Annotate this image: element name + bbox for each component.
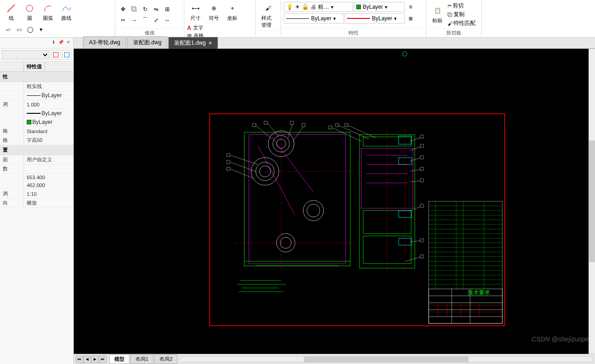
linetype-dropdown[interactable]: ByLayer▾ — [284, 13, 344, 23]
poly-icon[interactable]: ▱ — [3, 24, 13, 35]
mirror-icon[interactable]: ⇋ — [151, 4, 161, 14]
svg-point-1 — [26, 5, 33, 12]
copy-icon[interactable]: ⿻ — [129, 4, 139, 14]
line-tool[interactable]: 线 — [3, 2, 19, 23]
property-row[interactable]: 冽1.000 — [0, 100, 73, 109]
property-row[interactable]: ByLayer — [0, 91, 73, 100]
style-icon: 🖌 — [263, 3, 274, 14]
rect-icon[interactable]: ▭ — [14, 24, 24, 35]
svg-rect-70 — [420, 167, 424, 170]
property-row[interactable]: ByLayer — [0, 118, 73, 127]
text-tool[interactable]: A文字 — [187, 24, 204, 31]
property-row[interactable]: 面用户自定义 — [0, 155, 73, 164]
layer-dropdown[interactable]: 💡☀🔓🖨 粗…▾ — [284, 2, 353, 12]
model-tab[interactable]: 模型 — [109, 354, 130, 364]
scroll-thumb[interactable] — [589, 141, 595, 263]
array-icon[interactable]: ⊞ — [162, 4, 172, 14]
scale-icon[interactable]: ⤢ — [151, 15, 161, 25]
svg-rect-78 — [420, 255, 424, 258]
svg-rect-28 — [227, 167, 230, 170]
layout2-tab[interactable]: 布局2 — [154, 354, 177, 364]
style-manager[interactable]: 🖌样式管理 — [259, 2, 278, 29]
svg-line-69 — [410, 169, 422, 171]
first-icon[interactable]: ⏮ — [76, 356, 83, 363]
close-icon[interactable]: ✕ — [65, 40, 71, 46]
svg-rect-76 — [420, 239, 424, 242]
sun-icon: ☀ — [295, 4, 300, 10]
svg-point-17 — [307, 204, 320, 217]
scrollbar-horizontal[interactable] — [179, 356, 593, 363]
coord-tool[interactable]: ⌖坐标 — [224, 2, 241, 23]
group-title: 特性 — [283, 28, 424, 37]
match-props-icon[interactable]: ≣ — [406, 13, 416, 23]
svg-line-63 — [410, 137, 422, 141]
last-icon[interactable]: ⏭ — [99, 356, 106, 363]
linetype-preview-icon — [286, 18, 309, 19]
property-row[interactable]: 冽1:10 — [0, 189, 73, 199]
circle-tool[interactable]: 圆 — [21, 2, 38, 23]
property-row[interactable]: 向横放 — [0, 199, 73, 208]
extend-icon[interactable]: → — [129, 15, 139, 25]
cut-button[interactable]: ✂ 剪切 — [448, 2, 476, 10]
cad-drawing: 技术要求 — [74, 49, 595, 354]
ellipse-icon[interactable]: ◯ — [25, 24, 35, 35]
svg-rect-74 — [420, 204, 424, 207]
close-icon[interactable]: ✕ — [208, 41, 212, 46]
dimension-tool[interactable]: ⟷尺寸 — [187, 2, 204, 23]
svg-rect-3 — [65, 53, 69, 57]
scrollbar-vertical[interactable] — [589, 49, 595, 354]
svg-rect-66 — [420, 144, 424, 147]
arc-tool[interactable]: 圆弧 — [40, 2, 56, 23]
color-dropdown[interactable]: ByLayer▾ — [354, 2, 405, 12]
svg-rect-52 — [399, 211, 412, 217]
object-select[interactable] — [2, 50, 49, 59]
match-button[interactable]: 🖌 特性匹配 — [448, 19, 476, 27]
move-icon[interactable]: ✥ — [118, 4, 128, 14]
symbol-tool[interactable]: ⊕符号 — [206, 2, 222, 23]
paste-button[interactable]: 📋粘贴 — [429, 4, 446, 25]
trim-icon[interactable]: ✂ — [118, 15, 128, 25]
pin-icon[interactable]: ⬇ — [50, 40, 57, 46]
stretch-icon[interactable]: ↔ — [162, 15, 172, 25]
svg-rect-53 — [399, 238, 412, 245]
coord-icon: ⌖ — [227, 3, 238, 14]
property-row[interactable]: 格字高50 — [0, 136, 73, 145]
property-row[interactable]: ByLayer — [0, 109, 73, 118]
layout1-tab[interactable]: 布局1 — [130, 354, 153, 364]
svg-line-33 — [288, 123, 293, 138]
filter-icon[interactable] — [51, 50, 60, 59]
svg-line-0 — [7, 5, 15, 12]
doc-tab[interactable]: 装配图.dwg — [127, 36, 167, 48]
prev-icon[interactable]: ◀ — [83, 356, 91, 363]
svg-rect-68 — [420, 156, 424, 159]
ribbon-group-properties: 💡☀🔓🖨 粗…▾ ByLayer▾ ≡ ByLayer▾ ByLayer▾ ≣ … — [281, 0, 426, 37]
property-row[interactable]: 数 — [0, 164, 73, 174]
lineweight-dropdown[interactable]: ByLayer▾ — [345, 13, 405, 23]
property-row[interactable]: 粗实线 — [0, 82, 73, 91]
ribbon-group-style: 🖌样式管理 — [256, 0, 281, 37]
svg-rect-60 — [336, 123, 339, 127]
property-row[interactable]: 462.000 — [0, 182, 73, 189]
property-row[interactable]: 格Standard — [0, 127, 73, 136]
spline-tool[interactable]: 曲线 — [58, 2, 75, 23]
scroll-thumb[interactable] — [304, 357, 469, 362]
pin-icon[interactable]: 📌 — [58, 40, 64, 46]
svg-rect-72 — [420, 179, 424, 182]
dropdown-icon[interactable]: ▾ — [36, 24, 46, 35]
doc-tab[interactable]: A3-带轮.dwg — [83, 36, 126, 48]
lock-icon: 🔓 — [302, 4, 309, 10]
copy-button[interactable]: ⿻ 复制 — [448, 11, 476, 18]
panel-header: ⬇ 📌 ✕ — [0, 38, 73, 48]
fillet-icon[interactable]: ⌒ — [140, 15, 150, 25]
rotate-icon[interactable]: ↻ — [140, 4, 150, 14]
property-row[interactable]: 653.400 — [0, 174, 73, 182]
layer-props-icon[interactable]: ≡ — [406, 2, 416, 12]
next-icon[interactable]: ▶ — [91, 356, 99, 363]
quickselect-icon[interactable] — [62, 50, 71, 59]
properties-panel: ⬇ 📌 ✕ 特性值 性 粗实线ByLayer冽1.000ByLayerByLay… — [0, 38, 74, 364]
drawing-canvas[interactable]: 技术要求 CSDN @shejizuopin — [74, 49, 595, 354]
arc-icon — [42, 3, 53, 14]
svg-rect-24 — [227, 153, 230, 157]
doc-tab-active[interactable]: 装配图1.dwg✕ — [168, 37, 218, 49]
group-title: 剪切板 — [428, 28, 479, 37]
